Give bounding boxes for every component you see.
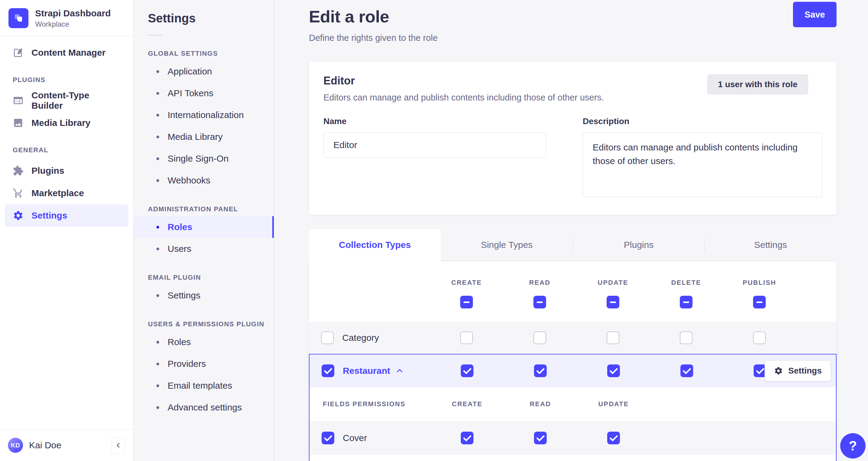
subnav-item-roles[interactable]: Roles bbox=[133, 216, 274, 238]
save-button[interactable]: Save bbox=[793, 2, 837, 27]
tab-single-types[interactable]: Single Types bbox=[441, 229, 573, 261]
row-settings-button[interactable]: Settings bbox=[765, 360, 831, 381]
select-all-checkbox-update[interactable] bbox=[607, 296, 619, 309]
subnav-item-webhooks[interactable]: Webhooks bbox=[133, 170, 274, 191]
subnav-item-providers[interactable]: Providers bbox=[133, 353, 274, 375]
subnav-item-media-library[interactable]: Media Library bbox=[133, 126, 274, 148]
fields-row-cover: Cover bbox=[310, 421, 836, 455]
sidebar-item-label: Media Library bbox=[31, 118, 90, 128]
column-header-label: DELETE bbox=[671, 279, 701, 287]
field-permission-checkbox-read[interactable] bbox=[534, 432, 547, 444]
column-header-label: PUBLISH bbox=[743, 279, 776, 287]
divider bbox=[148, 35, 162, 36]
expanded-restaurant-block: Restaurant bbox=[309, 354, 837, 461]
subnav-item-email-templates[interactable]: Email templates bbox=[133, 375, 274, 397]
collection-types-panel: CREATEREADUPDATEDELETEPUBLISH Category bbox=[309, 261, 837, 461]
fields-row-first-cell: Cover bbox=[310, 432, 431, 444]
subnav-item-label: Email templates bbox=[167, 380, 232, 391]
description-field-label: Description bbox=[583, 117, 822, 126]
permission-checkbox-read[interactable] bbox=[534, 365, 547, 377]
permission-checkbox-delete[interactable] bbox=[680, 332, 692, 344]
field-permission-checkbox-create[interactable] bbox=[461, 432, 473, 444]
permissions-section: Collection TypesSingle TypesPluginsSetti… bbox=[309, 229, 837, 461]
field-select-checkbox[interactable] bbox=[321, 432, 334, 444]
subnav-item-advanced-settings[interactable]: Advanced settings bbox=[133, 397, 274, 418]
name-field-label: Name bbox=[323, 117, 563, 126]
sidebar-nav: Content Manager PLUGINS Content-Type Bui… bbox=[0, 36, 133, 227]
column-header-update: UPDATE bbox=[598, 279, 628, 309]
subnav-item-internationalization[interactable]: Internationalization bbox=[133, 104, 274, 126]
column-header-delete: DELETE bbox=[671, 279, 701, 309]
fields-permissions-header: FIELDS PERMISSIONS CREATEREADUPDATE bbox=[310, 387, 836, 421]
select-all-checkbox-delete[interactable] bbox=[680, 296, 692, 309]
column-header-publish: PUBLISH bbox=[743, 279, 776, 309]
restaurant-row-toggle[interactable]: Restaurant bbox=[343, 366, 404, 376]
subnav-item-label: Users bbox=[167, 244, 191, 254]
chevron-up-icon bbox=[396, 367, 404, 375]
sidebar-item-content-manager[interactable]: Content Manager bbox=[5, 41, 128, 64]
sidebar-item-content-type-builder[interactable]: Content-Type Builder bbox=[5, 89, 128, 112]
permission-checkbox-update[interactable] bbox=[607, 332, 619, 344]
fields-column-header-update: UPDATE bbox=[598, 400, 629, 408]
bullet-icon bbox=[156, 70, 159, 73]
main-content: Edit a role Define the rights given to t… bbox=[274, 0, 868, 461]
field-permission-checkbox-update[interactable] bbox=[607, 432, 620, 444]
subnav-item-label: API Tokens bbox=[167, 88, 213, 98]
subnav-title: Settings bbox=[133, 11, 274, 25]
permission-checkbox-create[interactable] bbox=[461, 365, 473, 377]
user-avatar[interactable]: KD bbox=[8, 438, 23, 453]
workspace-switcher[interactable]: Strapi Dashboard Workplace bbox=[0, 0, 133, 36]
subnav-item-label: Providers bbox=[167, 359, 206, 369]
sidebar-item-settings[interactable]: Settings bbox=[5, 204, 128, 227]
select-all-checkbox-create[interactable] bbox=[460, 296, 473, 309]
fields-column-header-read: READ bbox=[530, 400, 551, 408]
permission-checkbox-create[interactable] bbox=[460, 332, 473, 344]
sidebar-item-marketplace[interactable]: Marketplace bbox=[5, 182, 128, 204]
row-select-checkbox[interactable] bbox=[321, 332, 334, 344]
sidebar-item-media-library[interactable]: Media Library bbox=[5, 112, 128, 134]
row-label: Restaurant bbox=[343, 366, 390, 376]
page-subtitle: Define the rights given to the role bbox=[309, 33, 837, 43]
sidebar-item-label: Content-Type Builder bbox=[31, 90, 120, 111]
row-label: Cover bbox=[343, 433, 367, 443]
column-header-label: UPDATE bbox=[598, 279, 628, 287]
column-header-create: CREATE bbox=[452, 279, 482, 309]
bullet-icon bbox=[156, 294, 159, 297]
permission-checkbox-delete[interactable] bbox=[680, 365, 693, 377]
sidebar-item-label: Plugins bbox=[31, 166, 64, 176]
main-sidebar: Strapi Dashboard Workplace Content Manag… bbox=[0, 0, 133, 461]
permission-checkbox-read[interactable] bbox=[533, 332, 546, 344]
role-description-input[interactable]: Editors can manage and publish contents … bbox=[583, 132, 822, 197]
sidebar-item-label: Marketplace bbox=[31, 188, 84, 198]
tab-settings[interactable]: Settings bbox=[705, 229, 837, 261]
permission-checkbox-publish[interactable] bbox=[753, 332, 766, 344]
question-mark-icon: ? bbox=[849, 438, 857, 454]
subnav-item-label: Settings bbox=[167, 290, 200, 300]
subnav-item-single-sign-on[interactable]: Single Sign-On bbox=[133, 148, 274, 170]
subnav-item-label: Single Sign-On bbox=[167, 153, 229, 164]
help-button[interactable]: ? bbox=[840, 433, 866, 459]
subnav-item-users[interactable]: Users bbox=[133, 238, 274, 260]
sidebar-item-label: Settings bbox=[31, 210, 67, 221]
subnav-item-api-tokens[interactable]: API Tokens bbox=[133, 82, 274, 104]
fields-row-name: Name bbox=[310, 455, 836, 461]
subnav-item-application[interactable]: Application bbox=[133, 61, 274, 82]
subnav-item-roles[interactable]: Roles bbox=[133, 331, 274, 353]
bullet-icon bbox=[156, 157, 159, 160]
subnav-item-settings[interactable]: Settings bbox=[133, 285, 274, 306]
users-with-role-button[interactable]: 1 user with this role bbox=[707, 75, 808, 94]
select-all-checkbox-publish[interactable] bbox=[753, 296, 766, 309]
collapse-sidebar-button[interactable] bbox=[111, 437, 125, 454]
bullet-icon bbox=[156, 341, 159, 344]
select-all-checkbox-read[interactable] bbox=[533, 296, 546, 309]
role-name-input[interactable] bbox=[323, 132, 546, 158]
tab-plugins[interactable]: Plugins bbox=[573, 229, 705, 261]
permission-checkbox-update[interactable] bbox=[607, 365, 620, 377]
chevron-left-icon bbox=[115, 442, 122, 449]
subnav-item-label: Advanced settings bbox=[167, 402, 242, 412]
row-select-checkbox[interactable] bbox=[321, 365, 334, 377]
sidebar-item-plugins[interactable]: Plugins bbox=[5, 160, 128, 182]
gear-icon bbox=[13, 210, 24, 221]
column-header-label: READ bbox=[529, 279, 550, 287]
tab-collection-types[interactable]: Collection Types bbox=[309, 229, 441, 261]
